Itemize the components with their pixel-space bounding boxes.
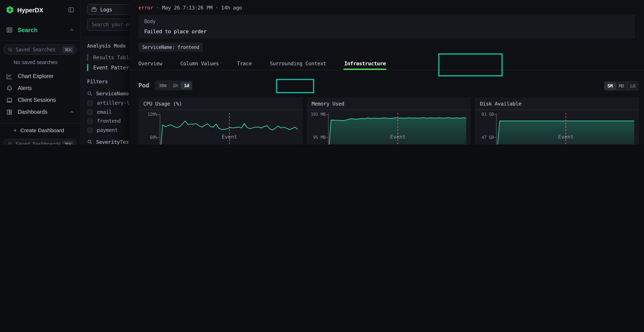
event-age: 14h ago [221, 4, 242, 10]
create-dashboard-button[interactable]: +Create Dashboard [0, 126, 80, 135]
divider [129, 70, 644, 70]
sidebar-item-alerts[interactable]: Alerts [0, 82, 80, 94]
service-name-chip[interactable]: ServiceName: frontend [138, 43, 203, 52]
brand-name: HyperDX [17, 6, 68, 14]
search-icon [87, 139, 92, 144]
event-marker-label: Event [558, 134, 574, 140]
event-header: error · May 26 7:13:26 PM · 14h ago [138, 4, 242, 10]
filter-checkbox[interactable] [88, 110, 92, 114]
sidebar-item-label: Alerts [18, 85, 74, 91]
annotation-box-pod-time-range [276, 79, 314, 93]
tab-overview[interactable]: Overview [138, 60, 162, 66]
sidebar-item-label: Search [18, 27, 70, 33]
severity-badge: error [138, 4, 153, 10]
collapse-sidebar-icon[interactable] [68, 6, 74, 13]
mode-indicator-bar [87, 64, 88, 71]
detail-tabs: OverviewColumn ValuesTraceSurrounding Co… [138, 57, 644, 70]
filter-checkbox[interactable] [88, 128, 92, 132]
series-area [328, 118, 466, 144]
tab-column-values[interactable]: Column Values [180, 60, 219, 66]
series-line [160, 121, 298, 145]
event-marker-label: Event [390, 134, 405, 140]
chart-card-pod-memory: Memory UsedEvent191 MB95 MB0 BMay 26 7:0… [306, 97, 471, 144]
body-label: Body [144, 18, 629, 24]
sidebar: HyperDX Search Saved Searches ⌘K No save… [0, 0, 80, 144]
plus-icon: + [14, 127, 17, 134]
sidebar-item-client-sessions[interactable]: Client Sessions [0, 94, 80, 106]
chart-title: Disk Available [475, 97, 639, 110]
y-axis-label: 60% [139, 135, 157, 140]
sidebar-item-label: Dashboards [18, 109, 70, 115]
chart-card-pod-disk: Disk AvailableEvent93 GB47 GB0 BMay 26 7… [475, 97, 639, 144]
saved-dashboards-placeholder: Saved Dashboards [16, 141, 62, 145]
event-timestamp: May 26 7:13:26 PM [162, 4, 212, 10]
search-icon [8, 47, 13, 52]
app: HyperDX Search Saved Searches ⌘K No save… [0, 0, 644, 144]
database-icon [91, 6, 97, 12]
chart-plot-area: Event191 MB95 MB0 BMay 26 7:00:00 AM7:30… [306, 113, 471, 144]
no-saved-searches-text: No saved searches [0, 54, 80, 67]
sidebar-item-search[interactable]: Search [0, 23, 80, 37]
pod-range-1d[interactable]: 1d [181, 82, 192, 90]
event-marker-label: Event [222, 134, 237, 140]
hyperdx-logo-icon [6, 6, 14, 14]
dashboards-grid-icon [6, 108, 13, 116]
shortcut-badge: ⌘K [62, 140, 74, 144]
series-area [496, 121, 634, 144]
body-value: Failed to place order [144, 28, 629, 34]
source-selector-button[interactable]: Logs [87, 4, 136, 15]
chart-title: Memory Used [306, 97, 471, 110]
chevron-up-icon[interactable] [70, 28, 74, 32]
y-axis-label: 93 GB [476, 112, 494, 117]
bell-icon [6, 84, 13, 92]
filter-label: email [97, 109, 112, 115]
shortcut-badge: ⌘K [62, 46, 74, 53]
pod-range-1h[interactable]: 1h [169, 82, 180, 90]
saved-searches-placeholder: Saved Searches [16, 47, 62, 52]
pod-range-30m[interactable]: 30m [156, 82, 170, 90]
tab-trace[interactable]: Trace [237, 60, 252, 66]
saved-searches-input[interactable]: Saved Searches ⌘K [3, 44, 77, 54]
pod-time-range-picker: 30m1h1d [155, 80, 193, 90]
pod-section-header: Pod 30m1h1d [138, 80, 193, 90]
sidebar-item-chart-explorer[interactable]: Chart Explorer [0, 70, 80, 82]
search-icon [87, 91, 92, 96]
chart-plot-area: Event93 GB47 GB0 BMay 26 7:00:00 AM7:30:… [475, 113, 639, 144]
y-axis-label: 95 MB [308, 135, 326, 140]
sidebar-item-label: Chart Explorer [18, 73, 74, 79]
filter-checkbox[interactable] [88, 100, 92, 105]
pod-section-title: Pod [138, 82, 149, 89]
search-icon [8, 142, 13, 144]
body-card: Body Failed to place order [138, 15, 635, 39]
divider [0, 123, 80, 123]
chart-title: CPU Usage (%) [138, 97, 303, 110]
saved-dashboards-input[interactable]: Saved Dashboards ⌘K [3, 139, 77, 144]
search-section-icon [6, 26, 13, 34]
pod-chart-size-picker: SMMDLG [604, 81, 639, 91]
chart-card-pod-cpu: CPU Usage (%)Event120%60%0%May 26 7:00:0… [138, 97, 303, 144]
pod-size-md[interactable]: MD [616, 82, 627, 90]
y-axis-label: 120% [139, 112, 157, 117]
sidebar-item-label: Client Sessions [18, 97, 74, 103]
brand-row: HyperDX [0, 0, 80, 20]
pod-size-sm[interactable]: SM [605, 82, 616, 90]
tab-surrounding-context[interactable]: Surrounding Context [270, 60, 326, 66]
mode-indicator-bar [87, 54, 88, 61]
pod-size-lg[interactable]: LG [627, 82, 638, 90]
y-axis-label: 47 GB [476, 135, 494, 140]
event-detail-panel: error · May 26 7:13:26 PM · 14h ago Body… [129, 0, 644, 144]
source-label: Logs [100, 6, 112, 12]
filter-checkbox[interactable] [88, 118, 92, 124]
filter-label: frontend [97, 118, 121, 124]
sidebar-item-dashboards[interactable]: Dashboards [0, 106, 80, 118]
filter-label: payment [97, 127, 118, 133]
y-axis-label: 191 MB [308, 112, 326, 117]
chart-plot-area: Event120%60%0%May 26 7:00:00 AM7:30:00 P… [138, 113, 303, 144]
event-search-placeholder: Search your ev [92, 22, 132, 28]
chart-line-icon [6, 72, 13, 80]
tab-infrastructure[interactable]: Infrastructure [344, 60, 386, 66]
chevron-up-icon[interactable] [70, 110, 74, 114]
divider [0, 40, 80, 40]
laptop-icon [6, 96, 13, 104]
